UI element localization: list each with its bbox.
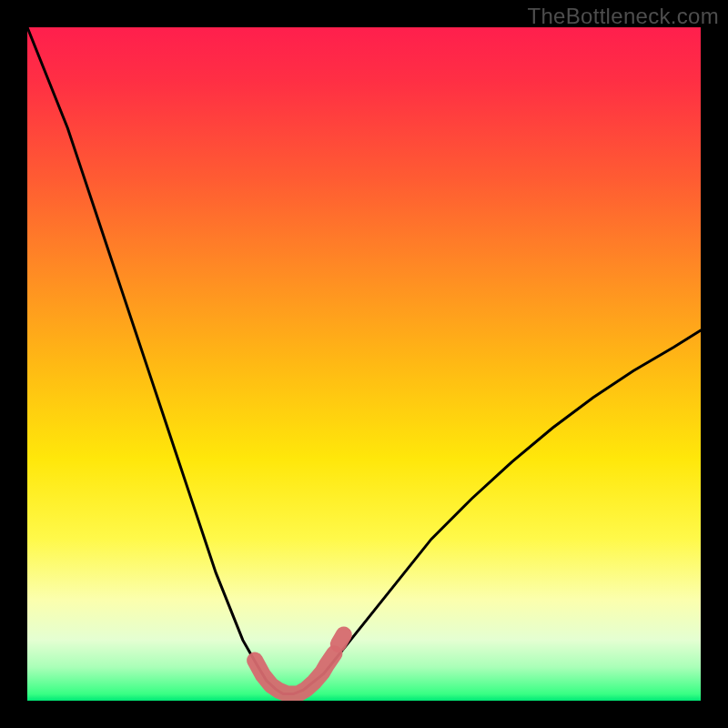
- plot-area: [27, 27, 701, 701]
- bottleneck-curve: [27, 27, 701, 694]
- outer-frame: TheBottleneck.com: [0, 0, 728, 728]
- optimal-marker-extra: [339, 634, 344, 643]
- optimal-marker: [255, 634, 344, 693]
- watermark-text: TheBottleneck.com: [527, 4, 719, 29]
- optimal-marker-stroke: [255, 653, 334, 693]
- chart-svg: [27, 27, 701, 701]
- bottleneck-curve-path: [27, 27, 701, 694]
